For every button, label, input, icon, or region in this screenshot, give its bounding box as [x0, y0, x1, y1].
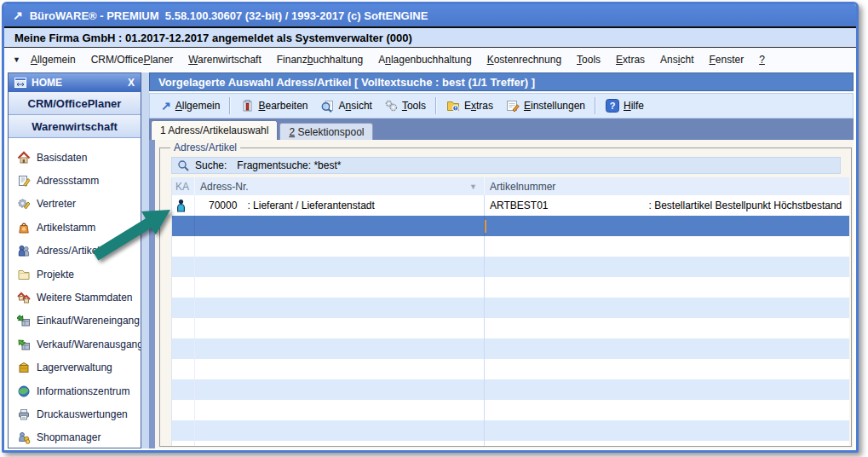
main-panel: Vorgelagerte Auswahl Adress/Artikel [ Vo…	[149, 72, 854, 448]
toolbar-button-extras[interactable]: Extras	[440, 97, 499, 114]
toolbar-separator	[229, 97, 231, 114]
title-bar[interactable]: ↗ BüroWARE® - PREMIUM 5.58.100.30607 (32…	[4, 4, 856, 26]
sidebar-item-verkauf-warenausgang[interactable]: Verkauf/Warenausgang	[9, 333, 141, 356]
app-window: ↗ BüroWARE® - PREMIUM 5.58.100.30607 (32…	[2, 2, 859, 453]
toolbar-button-tools[interactable]: Tools	[378, 97, 432, 114]
people-icon	[17, 244, 31, 257]
menu-item-finanzbuchhaltung[interactable]: Finanzbuchhaltung	[277, 54, 363, 66]
sidebar-item-projekte[interactable]: Projekte	[9, 263, 141, 286]
settings-page-icon	[505, 99, 520, 113]
menu-item-kostenrechnung[interactable]: Kostenrechnung	[487, 54, 561, 66]
search-value: Fragmentsuche: *best*	[237, 159, 341, 171]
search-label: Suche:	[195, 159, 227, 171]
table-row-empty[interactable]	[172, 257, 849, 277]
cell-adress-desc: : Lieferant / Lieferantenstadt	[247, 200, 374, 211]
menu-item-help[interactable]: ?	[759, 54, 765, 66]
sidebar: HOME X CRM/OfficePlaner Warenwirtschaft …	[8, 72, 141, 448]
app-logo-arrow-icon: ↗	[13, 9, 23, 22]
table-row-empty[interactable]	[172, 338, 849, 359]
package-icon	[17, 361, 31, 374]
groupbox-label: Adress/Artikel	[170, 142, 240, 153]
sidebar-item-druckauswertungen[interactable]: Druckauswertungen	[9, 402, 141, 425]
cell-artikel-desc: : Bestellartikel Bestellpunkt Höchstbest…	[648, 200, 842, 211]
sidebar-header: HOME X	[9, 73, 141, 92]
table-row-empty[interactable]	[172, 359, 849, 379]
edit-tool-icon	[240, 99, 254, 113]
sidebar-item-shopmanager[interactable]: Shopmanager	[9, 426, 141, 448]
menu-item-ansicht[interactable]: Ansicht	[660, 54, 693, 66]
menu-bar: ▼ Allgemein CRM/OfficePlaner Warenwirtsc…	[4, 48, 856, 71]
text-cursor	[485, 220, 486, 233]
table-row-empty[interactable]	[172, 379, 849, 400]
table-row-result[interactable]: 70000 : Lieferant / Lieferantenstadt ART…	[172, 195, 849, 216]
goods-out-icon	[17, 338, 31, 351]
cell-artikelnummer: ARTBEST01	[490, 200, 548, 211]
window-title: BüroWARE® - PREMIUM 5.58.100.30607 (32-b…	[30, 9, 428, 22]
table-row-empty[interactable]	[172, 420, 849, 441]
sidebar-item-informationszentrum[interactable]: Informationszentrum	[9, 379, 141, 402]
sidebar-splitter[interactable]	[141, 72, 149, 448]
table-header-row: KA Adress-Nr. ▼ Artikelnummer	[172, 177, 849, 195]
table-row-selected[interactable]	[172, 216, 849, 236]
menu-item-crm-officeplaner[interactable]: CRM/OfficePlaner	[91, 54, 174, 66]
tab-adress-artikelauswahl[interactable]: 1 Adress/Artikelauswahl	[151, 120, 278, 140]
printer-icon	[17, 408, 31, 421]
arrow-up-right-icon: ↗	[161, 99, 171, 113]
table-row-empty[interactable]	[172, 277, 849, 298]
toolbar-button-ansicht[interactable]: Ansicht	[314, 97, 378, 114]
folder-icon	[17, 268, 31, 281]
window-body: HOME X CRM/OfficePlaner Warenwirtschaft …	[4, 71, 856, 450]
shopping-bag-icon	[17, 221, 31, 234]
table-row-empty[interactable]	[172, 318, 849, 338]
sidebar-item-weitere-stammdaten[interactable]: Weitere Stammdaten	[9, 286, 141, 309]
tab-page: Adress/Artikel Suche: Fragmentsuche: *be…	[149, 140, 854, 448]
menu-item-extras[interactable]: Extras	[616, 54, 645, 66]
menu-item-allgemein[interactable]: Allgemein	[31, 54, 76, 66]
company-session-bar: Meine Firma GmbH : 01.2017-12.2017 angem…	[4, 26, 856, 48]
toolbar-button-bearbeiten[interactable]: Bearbeiten	[234, 97, 313, 114]
cell-adress-nr: 70000	[209, 200, 237, 211]
sidebar-item-vertreter[interactable]: Vertreter	[9, 193, 141, 216]
gear-pencil-icon	[17, 197, 31, 211]
close-panel-button[interactable]: X	[128, 77, 135, 89]
column-header-artikelnummer[interactable]: Artikelnummer	[484, 177, 849, 195]
search-bar[interactable]: Suche: Fragmentsuche: *best*	[171, 157, 841, 174]
table-row-empty[interactable]	[172, 298, 849, 318]
menu-item-tools[interactable]: Tools	[577, 54, 601, 66]
toolbar: ↗ Allgemein Bearbeiten Ansicht Tools	[149, 93, 854, 119]
sidebar-item-artikelstamm[interactable]: Artikelstamm	[9, 216, 141, 239]
sidebar-item-adressstamm[interactable]: Adressstamm	[9, 169, 141, 192]
column-header-ka[interactable]: KA	[172, 177, 194, 195]
sidebar-item-basisdaten[interactable]: Basisdaten	[9, 146, 141, 169]
table-row-empty[interactable]	[172, 236, 849, 257]
menu-item-fenster[interactable]: Fenster	[709, 54, 744, 66]
toolbar-button-hilfe[interactable]: ? Hilfe	[600, 97, 650, 114]
menu-item-anlagenbuchhaltung[interactable]: Anlagenbuchhaltung	[378, 54, 471, 66]
svg-text:?: ?	[610, 101, 616, 111]
goods-in-icon	[17, 314, 31, 327]
table-row-empty[interactable]	[172, 441, 849, 446]
sort-descending-icon[interactable]: ▼	[469, 182, 477, 191]
column-header-adress-nr[interactable]: Adress-Nr. ▼	[194, 177, 484, 195]
toolbar-button-einstellungen[interactable]: Einstellungen	[499, 97, 591, 114]
adress-artikel-groupbox: Adress/Artikel Suche: Fragmentsuche: *be…	[159, 148, 852, 447]
home-panel-icon	[14, 78, 26, 88]
gears-icon	[384, 99, 398, 113]
sidebar-item-adress-artikel[interactable]: Adress/Artikel	[9, 240, 141, 263]
menu-dropdown-caret-icon[interactable]: ▼	[13, 55, 20, 64]
company-session-text: Meine Firma GmbH : 01.2017-12.2017 angem…	[14, 32, 412, 44]
sidebar-title: HOME	[32, 77, 62, 89]
sidebar-button-crm-officeplaner[interactable]: CRM/OfficePlaner	[9, 92, 141, 115]
magnifier-page-icon	[320, 99, 335, 113]
house-icon	[17, 151, 31, 165]
menu-item-warenwirtschaft[interactable]: Warenwirtschaft	[188, 54, 262, 66]
sidebar-item-einkauf-wareneingang[interactable]: Einkauf/Wareneingang	[9, 309, 141, 333]
result-table: KA Adress-Nr. ▼ Artikelnummer	[171, 177, 849, 446]
sidebar-button-warenwirtschaft[interactable]: Warenwirtschaft	[9, 115, 141, 138]
panel-title-bar: Vorgelagerte Auswahl Adress/Artikel [ Vo…	[149, 72, 854, 91]
sidebar-item-lagerverwaltung[interactable]: Lagerverwaltung	[9, 356, 141, 379]
table-row-empty[interactable]	[172, 400, 849, 420]
toolbar-button-allgemein[interactable]: ↗ Allgemein	[155, 97, 226, 114]
search-icon	[177, 159, 190, 172]
tab-selektionspool[interactable]: 2 Selektionspool	[279, 123, 373, 140]
